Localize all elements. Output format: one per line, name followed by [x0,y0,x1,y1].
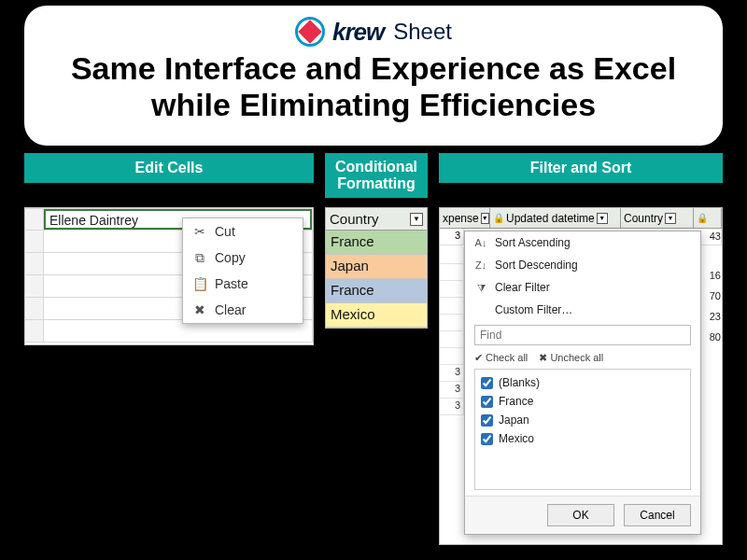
col-label: Updated datetime [506,212,595,225]
col-label: Country [624,212,663,225]
value: 80 [698,331,721,343]
custom-filter[interactable]: Custom Filter… [465,299,700,321]
cond-row[interactable]: Mexico [326,303,427,328]
cond-column-header[interactable]: Country ▼ [326,208,427,231]
menu-copy-label: Copy [215,250,246,265]
check-all[interactable]: ✔ Check all [474,352,528,364]
headline: Same Interface and Experience as Excel w… [50,50,697,123]
lock-icon: 🔒 [697,213,708,223]
logo-brand: krew [332,18,384,47]
value: 16 [698,270,721,281]
filter-option[interactable]: Japan [481,411,684,429]
logo-suffix: Sheet [393,19,452,45]
lock-icon: 🔒 [493,213,504,223]
sort-descending[interactable]: Z↓ Sort Descending [465,254,700,276]
sort-ascending[interactable]: A↓ Sort Ascending [465,231,700,254]
col-expense[interactable]: xpense ▼ [440,208,490,228]
edit-cells-panel: Ellene Daintrey ✂ Cut ⧉ Copy 📋 Paste ✖ C… [24,207,314,345]
scissors-icon: ✂ [192,224,207,239]
chevron-down-icon[interactable]: ▼ [665,213,676,224]
filter-option[interactable]: France [481,392,684,411]
menu-clear-label: Clear [215,302,246,317]
cell: 3 [440,229,464,245]
label-filter-sort: Filter and Sort [439,153,723,183]
find-input[interactable] [474,325,691,345]
paste-icon: 📋 [192,276,207,291]
filter-dropdown: A↓ Sort Ascending Z↓ Sort Descending ⧩ C… [464,231,701,535]
menu-paste-label: Paste [215,276,248,291]
chevron-down-icon[interactable]: ▼ [597,213,608,224]
find-row [474,325,691,345]
filter-sort-panel: xpense ▼ 🔒 Updated datetime ▼ Country ▼ … [439,207,723,545]
checkbox[interactable] [481,433,493,445]
clear-filter[interactable]: ⧩ Clear Filter [465,276,700,299]
col-country[interactable]: Country ▼ [621,208,694,228]
logo: krew Sheet [50,17,697,47]
dialog-buttons: OK Cancel [465,496,700,534]
context-menu: ✂ Cut ⧉ Copy 📋 Paste ✖ Clear [182,217,303,324]
copy-icon: ⧉ [192,250,207,265]
menu-cut-label: Cut [215,224,235,239]
sort-asc-label: Sort Ascending [495,236,571,249]
menu-copy[interactable]: ⧉ Copy [183,245,303,271]
logo-icon [295,17,325,47]
filter-options-list[interactable]: (Blanks) France Japan Mexico [474,369,691,490]
label-edit-cells: Edit Cells [24,153,314,183]
clear-icon: ✖ [192,302,207,317]
uncheck-all[interactable]: ✖ Uncheck all [539,352,603,364]
sort-asc-icon: A↓ [474,237,487,248]
sort-desc-icon: Z↓ [474,259,487,271]
check-toggle-row: ✔ Check all ✖ Uncheck all [465,349,700,367]
col-label: xpense [443,212,479,225]
label-conditional-formatting: Conditional Formatting [325,153,428,198]
row-numbers: 33 3 [440,247,464,415]
cond-row[interactable]: Japan [326,255,427,279]
menu-cut[interactable]: ✂ Cut [183,218,303,245]
filter-option[interactable]: (Blanks) [481,373,684,392]
chevron-down-icon[interactable]: ▼ [410,213,423,226]
checkbox[interactable] [481,414,493,427]
custom-filter-label: Custom Filter… [495,303,572,316]
ok-button[interactable]: OK [547,504,614,526]
value: 43 [698,231,721,242]
value: 70 [698,290,721,301]
cond-row[interactable]: France [326,279,427,303]
sort-desc-label: Sort Descending [495,259,578,272]
conditional-formatting-panel: Country ▼ France Japan France Mexico [325,207,428,329]
funnel-clear-icon: ⧩ [474,282,487,294]
col-updated[interactable]: 🔒 Updated datetime ▼ [490,208,621,228]
filter-option[interactable]: Mexico [481,429,684,448]
menu-clear[interactable]: ✖ Clear [183,297,303,323]
col-extra[interactable]: 🔒 [694,208,722,228]
menu-paste[interactable]: 📋 Paste [183,271,303,297]
cond-header-label: Country [330,211,379,227]
cond-row[interactable]: France [326,231,427,255]
checkbox[interactable] [481,377,493,389]
column-headers: xpense ▼ 🔒 Updated datetime ▼ Country ▼ … [440,208,722,229]
value: 23 [698,311,721,322]
checkbox[interactable] [481,396,493,408]
chevron-down-icon[interactable]: ▼ [481,213,489,224]
clear-filter-label: Clear Filter [495,281,550,294]
header-card: krew Sheet Same Interface and Experience… [24,6,723,146]
cancel-button[interactable]: Cancel [624,504,691,526]
